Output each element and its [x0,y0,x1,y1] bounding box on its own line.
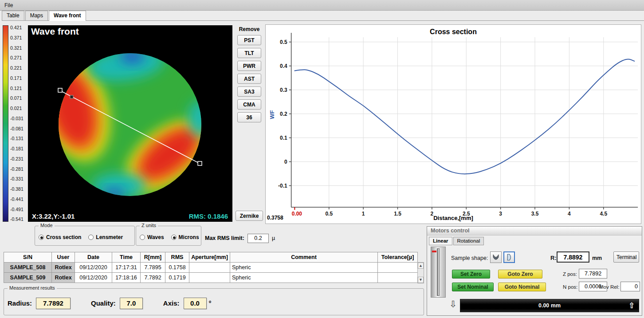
n-pos-label: N pos: [563,284,577,290]
column-header[interactable]: R[mm] [141,252,165,263]
remove-pst-button[interactable]: PST [237,35,261,45]
column-header[interactable]: Time [112,252,141,263]
radio-waves[interactable]: Waves [140,234,164,240]
motors-control-panel: Motors control LinearRotational Sample s… [427,226,642,316]
radio-microns[interactable]: Microns [171,234,199,240]
z-axis-gauge[interactable] [431,247,446,298]
column-header[interactable]: Date [75,252,112,263]
radio-label: Microns [179,234,199,240]
column-header[interactable]: RMS [165,252,189,263]
axis-degree-unit: ° [209,299,212,307]
colorbar-label: -0.231 [10,157,24,161]
quality-result: Quality: 7.0 [91,298,143,309]
measurement-results: Measurement results Radius: 7.7892 Quali… [4,288,424,315]
scroll-up-icon[interactable]: ▲ [418,263,424,269]
colorbar-gradient [3,25,8,222]
column-header[interactable]: Aperture[mm] [189,252,230,263]
wavefront-map [28,25,232,222]
sample-shape-convex-button[interactable] [503,251,515,263]
colorbar-label: 0.071 [10,96,24,101]
colorbar-label: 0.271 [10,55,24,60]
file-menu[interactable]: File [0,1,17,10]
line-marker[interactable] [70,95,73,98]
results-table: S/NUserDateTimeR[mm]RMSAperture[mm]Comme… [4,252,418,283]
svg-text:0.5: 0.5 [280,39,287,45]
remove-ast-button[interactable]: AST [237,74,261,84]
line-handle-start[interactable] [58,88,62,92]
column-header[interactable]: User [52,252,75,263]
colorbar: 0.4210.3710.3210.2710.2210.1710.1210.071… [3,25,27,222]
remove-sa3-button[interactable]: SA3 [237,86,261,97]
column-header[interactable]: Tolerance[µ] [378,252,418,263]
scroll-down-icon[interactable]: ▼ [418,277,424,283]
column-header[interactable]: S/N [4,252,52,263]
line-handle-end[interactable] [198,161,202,165]
axis-result: Axis: 0.0 ° [163,298,212,309]
colorbar-label: 0.221 [10,66,24,71]
z-pos-input[interactable] [579,269,607,279]
remove-36-button[interactable]: 36 [237,112,261,122]
sample-shape-concave-button[interactable] [490,251,502,263]
remove-tlt-button[interactable]: TLT [237,48,261,58]
z-units-groupbox: Z units WavesMicrons [136,226,201,246]
position-bar-value: 0.00 mm [538,302,561,309]
table-row[interactable]: SAMPLE_508Rotlex09/12/202017:17:317.7895… [4,263,418,273]
radius-label: Radius: [8,299,32,307]
r-input[interactable] [557,251,589,263]
remove-cma-button[interactable]: CMA [237,99,261,110]
motors-tab-linear[interactable]: Linear [429,237,452,245]
colorbar-label: 0.121 [10,86,24,91]
gauge-groove [437,248,440,296]
tab-maps[interactable]: Maps [25,11,48,20]
radio-cross-section[interactable]: Cross section [39,234,81,240]
gauge-zero-marker [432,251,436,252]
mode-options: Cross sectionLensmeter [35,226,134,245]
tab-table[interactable]: Table [2,11,24,20]
colorbar-label: -0.491 [10,207,24,212]
position-bar: 0.00 mm ⇧ [460,299,639,312]
cursor-coordinates: X:3.22,Y:-1.01 [32,212,75,220]
colorbar-labels: 0.4210.3710.3210.2710.2210.1710.1210.071… [8,25,24,222]
mode-groupbox-title: Mode [39,223,55,228]
goto-nominal-button[interactable]: Goto Nominal [498,283,546,291]
terminal-button[interactable]: Terminal [613,251,639,263]
table-scrollbar[interactable]: ▲ ▼ [417,262,424,283]
radio-lensmeter[interactable]: Lensmeter [88,234,123,240]
mode-groupbox: Mode Cross sectionLensmeter [35,226,135,246]
r-unit-label: mm [592,255,602,261]
remove-buttons: PSTTLTPWRASTSA3CMA36 [234,35,265,122]
application-window: File TableMapsWave front 0.4210.3710.321… [0,0,644,318]
radio-label: Cross section [46,234,81,240]
set-nominal-button[interactable]: Set Nominal [452,283,494,291]
goto-zero-button[interactable]: Goto Zero [498,270,542,279]
motors-tab-rotational[interactable]: Rotational [453,237,484,245]
r-label: R: [550,255,557,261]
radio-label: Lensmeter [96,234,123,240]
remove-pwr-button[interactable]: PWR [237,61,261,71]
colorbar-label: -0.541 [10,217,24,222]
move-up-icon[interactable]: ⇧ [628,301,635,310]
motors-control-title: Motors control [427,227,642,236]
table-row[interactable]: SAMPLE_509Rotlex09/12/202017:18:167.7892… [4,273,418,283]
y-axis-label: WF [269,102,275,128]
colorbar-label: -0.081 [10,126,24,131]
max-rms-limit-input[interactable] [247,234,269,243]
zernike-button[interactable]: Zernike [236,211,263,221]
max-rms-limit-field: Max RMS limit: µ [205,232,275,244]
column-header[interactable]: Comment [230,252,378,263]
move-down-icon[interactable]: ⇩ [449,299,457,310]
measurement-results-title: Measurement results [8,285,57,291]
convex-lens-icon [505,253,513,261]
motors-tab-bar: LinearRotational [429,237,485,245]
svg-text:0.2: 0.2 [280,111,287,117]
remove-panel: Remove PSTTLTPWRASTSA3CMA36 Zernike [234,25,265,222]
radio-button-icon [140,235,145,240]
z-units-options: WavesMicrons [136,226,201,245]
mov-rel-input[interactable] [620,282,640,291]
colorbar-label: 0.021 [10,106,24,111]
mov-rel-label: Mov Rel: [599,284,619,290]
set-zero-button[interactable]: Set Zero [452,270,490,279]
radio-button-icon [88,235,94,240]
tab-wave-front[interactable]: Wave front [49,11,86,21]
radius-value: 7.7892 [36,298,71,309]
